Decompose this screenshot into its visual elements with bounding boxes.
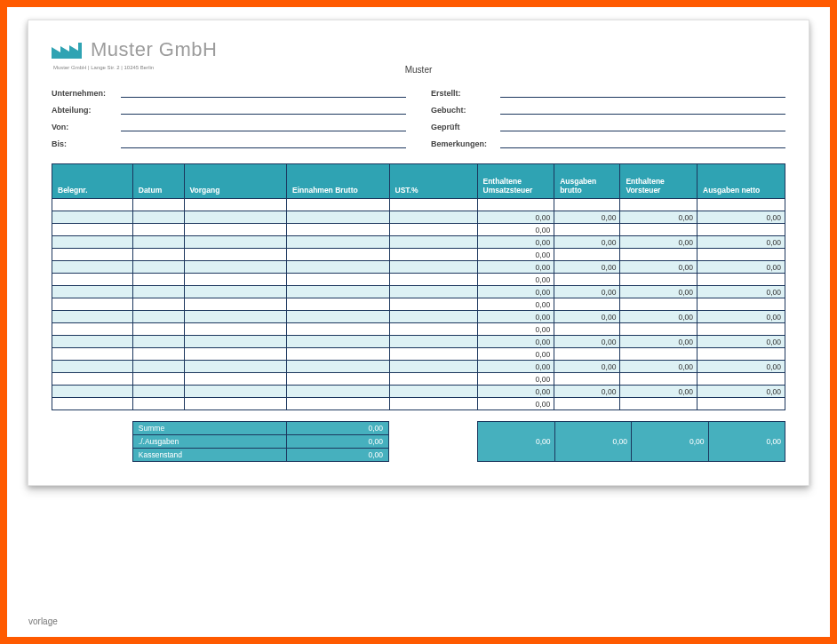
table-cell[interactable]: [132, 348, 184, 361]
table-cell[interactable]: [132, 373, 184, 386]
table-cell[interactable]: [620, 224, 698, 236]
table-cell[interactable]: [52, 274, 133, 286]
table-cell[interactable]: 0,00: [477, 286, 554, 298]
table-cell[interactable]: 0,00: [620, 336, 698, 348]
table-cell[interactable]: [132, 311, 184, 323]
table-cell[interactable]: [52, 211, 133, 224]
table-cell[interactable]: [52, 236, 133, 249]
table-cell[interactable]: [184, 398, 287, 410]
table-cell[interactable]: 0,00: [620, 361, 698, 373]
table-cell[interactable]: [698, 199, 785, 211]
table-cell[interactable]: 0,00: [620, 311, 698, 323]
meta-input-line[interactable]: [500, 147, 785, 148]
table-cell[interactable]: [52, 323, 133, 336]
table-cell[interactable]: [184, 286, 287, 298]
table-cell[interactable]: [287, 249, 390, 261]
table-cell[interactable]: 0,00: [698, 236, 785, 249]
table-cell[interactable]: [287, 261, 390, 274]
table-cell[interactable]: 0,00: [698, 311, 785, 323]
meta-input-line[interactable]: [121, 130, 406, 131]
table-cell[interactable]: [287, 398, 390, 410]
table-cell[interactable]: [52, 311, 133, 323]
table-cell[interactable]: [620, 398, 698, 410]
table-cell[interactable]: [132, 199, 184, 211]
table-cell[interactable]: 0,00: [477, 298, 554, 311]
table-cell[interactable]: [554, 249, 620, 261]
table-cell[interactable]: [52, 336, 133, 348]
table-cell[interactable]: [698, 323, 785, 336]
table-cell[interactable]: [389, 311, 477, 323]
table-cell[interactable]: [287, 336, 390, 348]
table-cell[interactable]: [287, 373, 390, 386]
table-cell[interactable]: [620, 274, 698, 286]
table-cell[interactable]: [52, 348, 133, 361]
table-cell[interactable]: [698, 298, 785, 311]
table-cell[interactable]: 0,00: [620, 236, 698, 249]
meta-input-line[interactable]: [121, 96, 406, 98]
table-cell[interactable]: [287, 236, 390, 249]
table-cell[interactable]: [132, 274, 184, 286]
meta-input-line[interactable]: [500, 96, 785, 98]
table-cell[interactable]: [287, 311, 390, 323]
table-cell[interactable]: [52, 373, 133, 386]
table-cell[interactable]: [389, 398, 477, 410]
table-cell[interactable]: 0,00: [554, 311, 620, 323]
table-cell[interactable]: 0,00: [477, 211, 554, 224]
table-cell[interactable]: [554, 348, 620, 361]
table-cell[interactable]: [389, 361, 477, 373]
table-cell[interactable]: [389, 286, 477, 298]
table-cell[interactable]: 0,00: [477, 373, 554, 386]
table-cell[interactable]: 0,00: [477, 348, 554, 361]
table-cell[interactable]: [554, 298, 620, 311]
table-cell[interactable]: [184, 323, 287, 336]
table-cell[interactable]: 0,00: [554, 361, 620, 373]
table-cell[interactable]: 0,00: [477, 361, 554, 373]
table-cell[interactable]: [620, 373, 698, 386]
table-cell[interactable]: 0,00: [554, 261, 620, 274]
table-cell[interactable]: [389, 211, 477, 224]
table-cell[interactable]: 0,00: [698, 261, 785, 274]
table-cell[interactable]: 0,00: [698, 386, 785, 398]
meta-input-line[interactable]: [500, 113, 785, 115]
table-cell[interactable]: [554, 398, 620, 410]
table-cell[interactable]: [554, 373, 620, 386]
table-cell[interactable]: [52, 298, 133, 311]
meta-input-line[interactable]: [500, 130, 785, 131]
table-cell[interactable]: [184, 373, 287, 386]
table-cell[interactable]: [554, 274, 620, 286]
table-cell[interactable]: [52, 261, 133, 274]
table-cell[interactable]: [184, 211, 287, 224]
table-cell[interactable]: 0,00: [477, 386, 554, 398]
table-cell[interactable]: [620, 199, 698, 211]
table-cell[interactable]: [52, 361, 133, 373]
table-cell[interactable]: [287, 224, 390, 236]
table-cell[interactable]: [389, 323, 477, 336]
table-cell[interactable]: [554, 199, 620, 211]
table-cell[interactable]: [554, 224, 620, 236]
table-cell[interactable]: [52, 224, 133, 236]
table-cell[interactable]: [184, 199, 287, 211]
table-cell[interactable]: [389, 386, 477, 398]
meta-input-line[interactable]: [121, 113, 406, 115]
table-cell[interactable]: 0,00: [698, 286, 785, 298]
table-cell[interactable]: [132, 249, 184, 261]
table-cell[interactable]: 0,00: [620, 386, 698, 398]
table-cell[interactable]: 0,00: [477, 249, 554, 261]
table-cell[interactable]: [132, 261, 184, 274]
table-cell[interactable]: [52, 286, 133, 298]
table-cell[interactable]: [52, 249, 133, 261]
table-cell[interactable]: [698, 373, 785, 386]
table-cell[interactable]: [184, 261, 287, 274]
table-cell[interactable]: [698, 274, 785, 286]
table-cell[interactable]: [698, 249, 785, 261]
table-cell[interactable]: [132, 224, 184, 236]
table-cell[interactable]: [287, 348, 390, 361]
table-cell[interactable]: [389, 298, 477, 311]
table-cell[interactable]: [184, 249, 287, 261]
table-cell[interactable]: [620, 323, 698, 336]
table-cell[interactable]: 0,00: [477, 224, 554, 236]
table-cell[interactable]: 0,00: [554, 386, 620, 398]
table-cell[interactable]: 0,00: [620, 261, 698, 274]
table-cell[interactable]: [287, 361, 390, 373]
table-cell[interactable]: [132, 236, 184, 249]
